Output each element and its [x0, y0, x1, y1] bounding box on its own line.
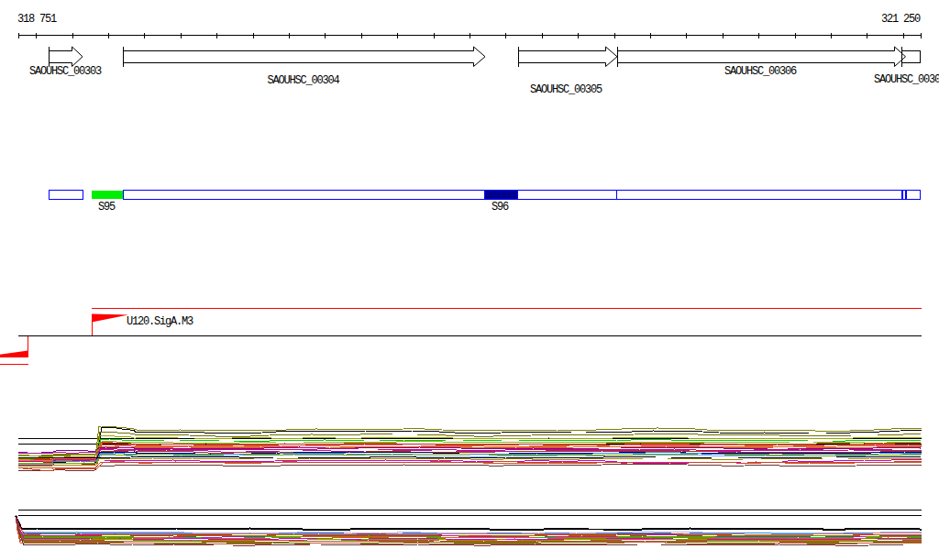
svg-text:U120.SigA.M3: U120.SigA.M3	[127, 315, 193, 328]
svg-text:SAOUHSC_00306: SAOUHSC_00306	[724, 65, 797, 78]
svg-text:SAOUHSC_00307: SAOUHSC_00307	[874, 73, 939, 86]
svg-text:S95: S95	[98, 201, 116, 214]
svg-text:321 250: 321 250	[881, 13, 921, 26]
svg-text:318 751: 318 751	[17, 13, 57, 26]
svg-text:SAOUHSC_00303: SAOUHSC_00303	[29, 65, 102, 78]
svg-text:S96: S96	[492, 201, 509, 214]
svg-text:SAOUHSC_00305: SAOUHSC_00305	[530, 83, 602, 96]
svg-text:SAOUHSC_00304: SAOUHSC_00304	[268, 74, 340, 87]
